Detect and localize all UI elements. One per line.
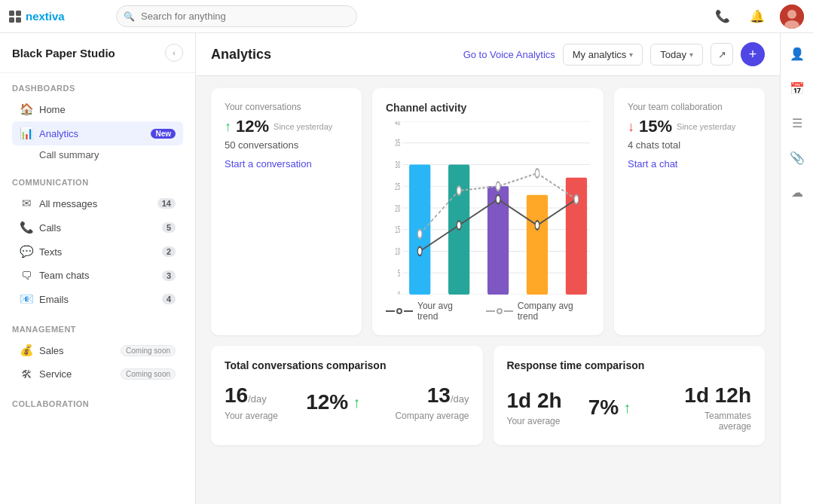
page-title: Analytics [211, 47, 454, 63]
response-your-avg-stat: 1d 2h Your average [507, 389, 588, 426]
search-input[interactable] [116, 5, 357, 27]
teammates-avg-value: 1d 12h [670, 383, 751, 408]
response-time-title: Response time comparison [507, 359, 752, 371]
sidebar-collapse-button[interactable]: ‹ [165, 44, 183, 62]
my-analytics-dropdown[interactable]: My analytics ▾ [563, 44, 643, 66]
svg-text:20: 20 [395, 203, 400, 213]
today-dropdown[interactable]: Today ▾ [650, 44, 703, 66]
sidebar-item-team-chats[interactable]: 🗨 Team chats 3 [12, 264, 183, 287]
bell-icon[interactable]: 🔔 [745, 5, 769, 29]
legend-your-avg-label: Your avg trend [417, 301, 471, 322]
collaboration-card: Your team collaboration ↓ 15% Since yest… [614, 88, 765, 335]
sidebar-item-texts[interactable]: 💬 Texts 2 [12, 240, 183, 264]
sidebar-item-all-messages[interactable]: ✉ All messages 14 [12, 191, 183, 215]
texts-badge: 2 [162, 246, 176, 257]
top-row: Your conversations ↑ 12% Since yesterday… [211, 88, 765, 335]
legend-your-avg: Your avg trend [386, 301, 471, 322]
conversations-stat: ↑ 12% Since yesterday [225, 117, 348, 136]
chevron-down-icon: ▾ [629, 50, 633, 59]
sidebar-item-calls[interactable]: 📞 Calls 5 [12, 215, 183, 240]
search-bar[interactable]: 🔍 [116, 5, 357, 27]
svg-text:10: 10 [395, 246, 400, 257]
management-section: Management 💰 Sales Coming soon 🛠 Service… [0, 314, 195, 389]
start-chat-link[interactable]: Start a chat [628, 158, 677, 170]
bottom-row: Total conversations comparison 16/day Yo… [211, 346, 765, 445]
navbar-icons: 📞 🔔 [711, 5, 804, 29]
header-actions: Go to Voice Analytics My analytics ▾ Tod… [463, 42, 765, 66]
service-coming-soon-badge: Coming soon [121, 368, 176, 380]
svg-point-43 [496, 182, 500, 191]
sidebar-item-analytics[interactable]: 📊 Analytics New [12, 121, 183, 145]
total-conversations-card: Total conversations comparison 16/day Yo… [211, 346, 483, 445]
add-button[interactable]: + [741, 42, 765, 66]
list-icon[interactable]: ☰ [786, 111, 808, 134]
teammates-avg-label: Teammates average [670, 411, 751, 432]
start-conversation-link[interactable]: Start a conversation [225, 158, 312, 170]
response-your-avg-value: 1d 2h [507, 389, 588, 413]
channel-activity-chart: 40 35 30 25 20 15 10 5 0 [386, 121, 590, 295]
all-messages-badge: 14 [157, 198, 176, 209]
search-icon: 🔍 [124, 11, 135, 22]
app-logo[interactable]: nextiva [9, 8, 93, 25]
sidebar-header: Black Paper Studio ‹ [0, 33, 195, 73]
sidebar-item-home[interactable]: 🏠 Home [12, 97, 183, 121]
paperclip-icon[interactable]: 📎 [786, 146, 808, 169]
top-navbar: nextiva 🔍 📞 🔔 [0, 0, 813, 33]
svg-rect-0 [9, 11, 14, 16]
sidebar: Black Paper Studio ‹ Dashboards 🏠 Home 📊… [0, 33, 196, 504]
sidebar-item-sales[interactable]: 💰 Sales Coming soon [12, 338, 183, 362]
collaboration-label: Collaboration [12, 399, 183, 408]
teammates-avg-stat: 1d 12h Teammates average [670, 383, 751, 432]
total-conversations-title: Total conversations comparison [225, 359, 469, 371]
channel-activity-title: Channel activity [386, 102, 590, 114]
right-icons-panel: 👤 📅 ☰ 📎 ☁ [780, 33, 813, 504]
my-analytics-label: My analytics [573, 49, 627, 60]
home-icon: 🏠 [20, 102, 33, 116]
sales-coming-soon-badge: Coming soon [121, 345, 176, 356]
today-label: Today [660, 49, 686, 60]
dashboards-label: Dashboards [12, 84, 183, 93]
voice-analytics-link[interactable]: Go to Voice Analytics [463, 49, 555, 60]
right-panel: Analytics Go to Voice Analytics My analy… [196, 33, 780, 504]
response-time-card: Response time comparison 1d 2h Your aver… [494, 346, 766, 445]
cloud-icon[interactable]: ☁ [786, 181, 808, 203]
response-your-avg-label: Your average [507, 416, 588, 426]
grid-icon [9, 11, 21, 23]
share-button[interactable]: ↗ [711, 43, 733, 66]
team-chats-badge: 3 [162, 270, 176, 281]
svg-rect-2 [9, 17, 14, 23]
analytics-label: Analytics [39, 128, 142, 139]
communication-section: Communication ✉ All messages 14 📞 Calls … [0, 167, 195, 314]
team-chats-icon: 🗨 [20, 269, 33, 282]
svg-point-36 [417, 247, 422, 256]
sidebar-item-emails[interactable]: 📧 Emails 4 [12, 287, 183, 311]
calendar-icon[interactable]: 📅 [786, 77, 808, 99]
svg-text:nextiva: nextiva [26, 10, 65, 23]
user-avatar[interactable] [780, 5, 804, 29]
total-pct-value: 12% ↑ [306, 390, 387, 414]
company-avg-value: 13/day [387, 383, 469, 408]
collaboration-stat: ↓ 15% Since yesterday [628, 117, 751, 136]
svg-text:40: 40 [395, 121, 400, 127]
sidebar-item-call-summary[interactable]: Call summary [12, 145, 183, 164]
communication-label: Communication [12, 178, 183, 187]
sidebar-item-service[interactable]: 🛠 Service Coming soon [12, 362, 183, 386]
collaboration-since: Since yesterday [677, 121, 735, 132]
svg-point-39 [535, 221, 539, 230]
share-icon: ↗ [718, 49, 726, 60]
analytics-icon: 📊 [20, 127, 33, 140]
svg-point-37 [457, 221, 461, 230]
call-summary-label: Call summary [39, 149, 99, 160]
workspace-name: Black Paper Studio [12, 47, 115, 60]
up-arrow-icon: ↑ [623, 399, 631, 417]
total-pct-stat: 12% ↑ [306, 390, 387, 414]
person-icon[interactable]: 👤 [786, 42, 808, 65]
svg-rect-29 [527, 195, 548, 295]
your-avg-value: 16/day [225, 383, 306, 408]
texts-icon: 💬 [20, 245, 33, 258]
phone-icon[interactable]: 📞 [711, 5, 735, 29]
management-label: Management [12, 325, 183, 334]
conversations-card: Your conversations ↑ 12% Since yesterday… [211, 88, 362, 335]
service-label: Service [39, 368, 112, 380]
bar-chart-svg: 40 35 30 25 20 15 10 5 0 [386, 121, 590, 295]
